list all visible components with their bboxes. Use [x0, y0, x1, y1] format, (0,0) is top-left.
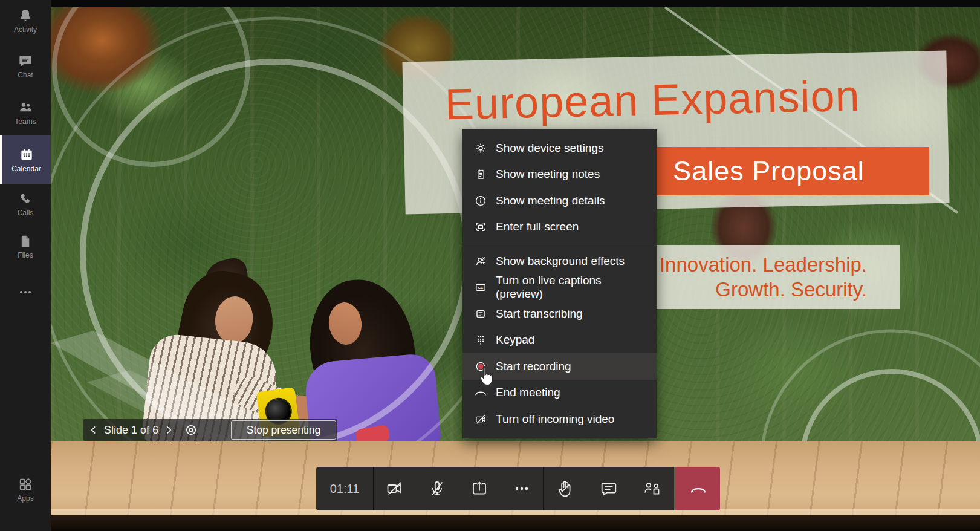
slide-subtitle: Sales Proposal	[673, 155, 865, 187]
menu-item-show-device-settings[interactable]: Show device settings	[462, 135, 657, 161]
call-control-bar: 01:11	[316, 467, 720, 510]
slide-tagline-line2: Growth. Security.	[715, 277, 900, 302]
table-shadow	[51, 515, 980, 531]
menu-item-end-meeting[interactable]: End meeting	[462, 380, 657, 406]
chevron-right-icon	[163, 424, 175, 436]
menu-item-label: Enter full screen	[496, 220, 579, 233]
info-icon	[473, 194, 488, 208]
previous-slide-button[interactable]	[83, 419, 104, 441]
more-icon	[511, 478, 533, 500]
menu-item-show-meeting-notes[interactable]: Show meeting notes	[462, 161, 657, 188]
sidebar-label: Calls	[18, 209, 34, 217]
app-sidebar: Activity Chat Teams Calendar Calls	[0, 0, 51, 531]
mic-off-button[interactable]	[416, 467, 458, 510]
camera-off-icon	[384, 478, 406, 500]
raise-hand-button[interactable]	[544, 467, 587, 510]
more-actions-menu: Show device settings Show meeting notes …	[462, 129, 657, 438]
stop-presenting-button[interactable]: Stop presenting	[231, 420, 336, 440]
hang-up-icon	[687, 478, 709, 500]
bell-icon	[18, 8, 33, 24]
menu-item-label: Show meeting notes	[496, 168, 600, 181]
sidebar-label: Calendar	[11, 165, 41, 172]
slide-tagline-box: Innovation. Leadership. Growth. Security…	[646, 245, 900, 309]
participants-icon	[641, 478, 663, 500]
captions-icon: CC	[473, 280, 488, 295]
meeting-timer: 01:11	[316, 467, 374, 510]
menu-item-turn-off-incoming-video[interactable]: Turn off incoming video	[462, 406, 657, 432]
menu-item-keypad[interactable]: Keypad	[462, 327, 657, 354]
sidebar-item-chat[interactable]: Chat	[0, 53, 51, 79]
menu-separator	[462, 244, 657, 244]
keypad-icon	[473, 333, 488, 347]
phone-icon	[18, 191, 33, 207]
private-viewing-toggle[interactable]	[179, 419, 203, 441]
chevron-left-icon	[88, 424, 100, 436]
menu-item-turn-on-live-captions[interactable]: CC Turn on live captions (preview)	[462, 275, 657, 301]
meeting-controls-group	[544, 467, 674, 510]
device-controls-group	[374, 467, 543, 510]
fullscreen-icon	[473, 220, 488, 234]
ellipsis-icon	[18, 284, 33, 300]
menu-item-label: Start transcribing	[496, 307, 583, 321]
menu-item-label: Show background effects	[496, 255, 625, 268]
end-call-icon	[473, 385, 488, 400]
sidebar-item-calendar[interactable]: Calendar	[0, 135, 51, 184]
gear-icon	[473, 141, 488, 155]
participants-button[interactable]	[631, 467, 674, 510]
sidebar-label: Chat	[18, 71, 33, 79]
mic-off-icon	[426, 478, 448, 500]
sidebar-label: Apps	[17, 495, 33, 502]
teams-meeting-window: European Expansion Sales Proposal Innova…	[0, 0, 980, 531]
sidebar-more-button[interactable]	[0, 284, 51, 300]
hang-up-button[interactable]	[676, 467, 720, 510]
teams-icon	[18, 100, 33, 116]
record-icon	[473, 359, 488, 374]
apps-icon	[18, 477, 33, 492]
sidebar-item-apps[interactable]: Apps	[0, 477, 51, 502]
calendar-icon	[19, 147, 34, 163]
menu-item-start-transcribing[interactable]: Start transcribing	[462, 301, 657, 327]
sidebar-label: Activity	[14, 26, 37, 33]
slide-counter: Slide 1 of 6	[104, 424, 158, 437]
presenter-toolbar: Slide 1 of 6 Stop presenting	[83, 419, 337, 441]
chat-bubble-icon	[598, 478, 620, 500]
file-icon	[18, 233, 33, 249]
video-off-icon	[473, 412, 488, 426]
next-slide-button[interactable]	[158, 419, 179, 441]
eye-icon	[184, 423, 198, 437]
share-icon	[469, 478, 490, 500]
menu-item-label: Start recording	[496, 360, 571, 373]
more-actions-button[interactable]	[501, 467, 543, 510]
camera-off-button[interactable]	[374, 467, 416, 510]
menu-item-show-meeting-details[interactable]: Show meeting details	[462, 187, 657, 214]
menu-item-label: End meeting	[496, 386, 560, 399]
chat-icon	[18, 53, 33, 69]
window-top-bar	[51, 0, 980, 7]
sidebar-item-files[interactable]: Files	[0, 233, 51, 259]
background-effects-icon	[473, 254, 488, 269]
raise-hand-icon	[554, 478, 576, 500]
slide-tagline-line1: Innovation. Leadership.	[660, 252, 900, 277]
sidebar-item-calls[interactable]: Calls	[0, 191, 51, 217]
sidebar-item-activity[interactable]: Activity	[0, 8, 51, 33]
menu-item-label: Keypad	[496, 333, 534, 347]
transcript-icon	[473, 307, 488, 321]
slide-title: European Expansion	[444, 71, 860, 129]
share-button[interactable]	[458, 467, 501, 510]
menu-item-label: Turn on live captions (preview)	[496, 274, 649, 301]
sidebar-label: Files	[18, 252, 33, 259]
notepad-icon	[473, 167, 488, 181]
menu-item-start-recording[interactable]: Start recording	[462, 353, 657, 380]
sidebar-label: Teams	[15, 118, 36, 125]
sidebar-item-teams[interactable]: Teams	[0, 100, 51, 125]
menu-item-label: Turn off incoming video	[496, 412, 614, 426]
menu-item-label: Show device settings	[496, 142, 604, 155]
menu-item-enter-full-screen[interactable]: Enter full screen	[462, 214, 657, 241]
menu-item-show-background-effects[interactable]: Show background effects	[462, 248, 657, 275]
svg-text:CC: CC	[478, 286, 484, 290]
menu-item-label: Show meeting details	[496, 194, 605, 207]
chat-button[interactable]	[587, 467, 631, 510]
